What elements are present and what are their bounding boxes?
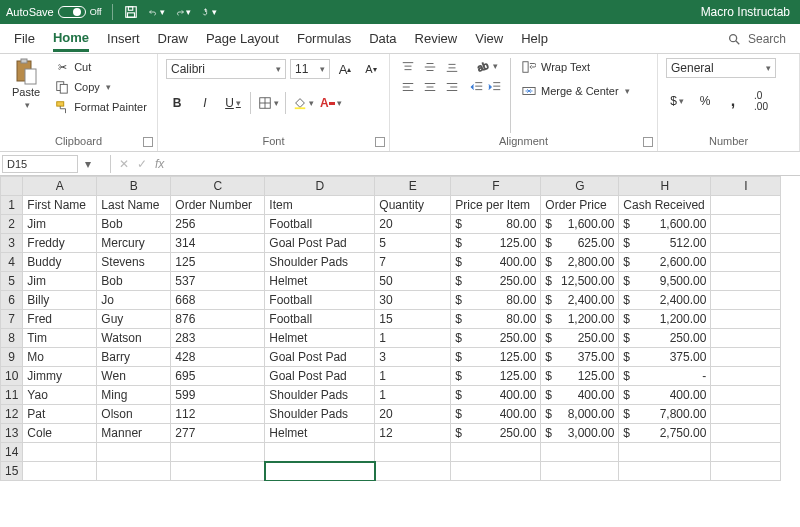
cell[interactable]: Jim [23, 272, 97, 291]
cell[interactable]: Barry [97, 348, 171, 367]
row-header[interactable]: 8 [1, 329, 23, 348]
decrease-font-icon[interactable]: A▾ [360, 58, 382, 80]
cell[interactable]: $80.00 [451, 310, 541, 329]
cell[interactable]: Bob [97, 272, 171, 291]
cell[interactable]: $125.00 [451, 234, 541, 253]
cell[interactable]: 283 [171, 329, 265, 348]
select-all-button[interactable] [1, 177, 23, 196]
cell[interactable]: Shoulder Pads [265, 253, 375, 272]
cell[interactable]: First Name [23, 196, 97, 215]
wrap-text-button[interactable]: Wrap Text [519, 58, 632, 76]
tab-view[interactable]: View [475, 27, 503, 50]
cell[interactable] [711, 367, 781, 386]
row-header[interactable]: 12 [1, 405, 23, 424]
cell[interactable] [619, 462, 711, 481]
cell[interactable]: Football [265, 215, 375, 234]
cell[interactable]: 125 [171, 253, 265, 272]
fx-icon[interactable]: fx [155, 157, 164, 171]
accounting-format-button[interactable]: $▾ [666, 90, 688, 112]
cell[interactable]: Order Price [541, 196, 619, 215]
cell[interactable]: $12,500.00 [541, 272, 619, 291]
font-size-combo[interactable]: 11▾ [290, 59, 330, 79]
cell[interactable] [171, 462, 265, 481]
cell[interactable] [171, 443, 265, 462]
cell[interactable] [711, 405, 781, 424]
align-top-icon[interactable] [398, 58, 418, 76]
cell[interactable]: 50 [375, 272, 451, 291]
format-painter-button[interactable]: Format Painter [52, 98, 149, 116]
cell[interactable]: $400.00 [451, 405, 541, 424]
tab-data[interactable]: Data [369, 27, 396, 50]
copy-button[interactable]: Copy▾ [52, 78, 149, 96]
cell[interactable] [711, 348, 781, 367]
cell[interactable] [711, 215, 781, 234]
cell[interactable]: $250.00 [451, 272, 541, 291]
cell[interactable]: $400.00 [451, 386, 541, 405]
cell[interactable]: Order Number [171, 196, 265, 215]
cell[interactable]: $80.00 [451, 215, 541, 234]
cell[interactable]: $250.00 [451, 424, 541, 443]
cell[interactable]: Jim [23, 215, 97, 234]
cell[interactable]: Helmet [265, 272, 375, 291]
cell[interactable]: $125.00 [451, 348, 541, 367]
cell[interactable]: Football [265, 291, 375, 310]
cell[interactable]: 695 [171, 367, 265, 386]
comma-format-button[interactable]: , [722, 90, 744, 112]
cell[interactable]: $400.00 [541, 386, 619, 405]
row-header[interactable]: 1 [1, 196, 23, 215]
font-name-combo[interactable]: Calibri▾ [166, 59, 286, 79]
cell[interactable]: $375.00 [541, 348, 619, 367]
cut-button[interactable]: ✂Cut [52, 58, 149, 76]
cell[interactable]: Buddy [23, 253, 97, 272]
row-header[interactable]: 13 [1, 424, 23, 443]
tab-page-layout[interactable]: Page Layout [206, 27, 279, 50]
cell[interactable]: Ming [97, 386, 171, 405]
cell[interactable]: 1 [375, 329, 451, 348]
formula-input[interactable] [172, 155, 792, 173]
column-header[interactable]: H [619, 177, 711, 196]
cell[interactable]: 30 [375, 291, 451, 310]
cell[interactable]: $1,600.00 [619, 215, 711, 234]
cell[interactable] [711, 443, 781, 462]
cell[interactable]: $2,400.00 [619, 291, 711, 310]
align-bottom-icon[interactable] [442, 58, 462, 76]
row-header[interactable]: 3 [1, 234, 23, 253]
row-header[interactable]: 7 [1, 310, 23, 329]
name-box[interactable]: D15 [2, 155, 78, 173]
column-header[interactable]: E [375, 177, 451, 196]
row-header[interactable]: 5 [1, 272, 23, 291]
column-header[interactable]: G [541, 177, 619, 196]
cell[interactable]: Football [265, 310, 375, 329]
tab-formulas[interactable]: Formulas [297, 27, 351, 50]
align-left-icon[interactable] [398, 78, 418, 96]
cell[interactable]: $400.00 [619, 386, 711, 405]
cell[interactable]: $1,200.00 [541, 310, 619, 329]
cell[interactable]: Pat [23, 405, 97, 424]
search-box[interactable]: Search [726, 31, 786, 47]
font-color-button[interactable]: A▾ [320, 92, 342, 114]
cell[interactable] [711, 329, 781, 348]
cell[interactable]: $2,800.00 [541, 253, 619, 272]
align-middle-icon[interactable] [420, 58, 440, 76]
cell[interactable]: Mercury [97, 234, 171, 253]
clipboard-dialog-launcher[interactable] [143, 137, 153, 147]
cell[interactable]: 428 [171, 348, 265, 367]
cell[interactable] [451, 462, 541, 481]
cell[interactable]: 668 [171, 291, 265, 310]
cell[interactable]: Price per Item [451, 196, 541, 215]
cell[interactable]: Wen [97, 367, 171, 386]
cell[interactable]: $9,500.00 [619, 272, 711, 291]
cell[interactable] [265, 462, 375, 481]
cell[interactable]: $125.00 [451, 367, 541, 386]
cell[interactable]: Tim [23, 329, 97, 348]
cell[interactable]: $2,400.00 [541, 291, 619, 310]
autosave-toggle[interactable]: AutoSave Off [6, 6, 102, 18]
cell[interactable] [97, 443, 171, 462]
cell[interactable] [265, 443, 375, 462]
alignment-dialog-launcher[interactable] [643, 137, 653, 147]
cell[interactable]: $8,000.00 [541, 405, 619, 424]
cell[interactable]: Last Name [97, 196, 171, 215]
cell[interactable] [711, 386, 781, 405]
percent-format-button[interactable]: % [694, 90, 716, 112]
cell[interactable]: $2,750.00 [619, 424, 711, 443]
